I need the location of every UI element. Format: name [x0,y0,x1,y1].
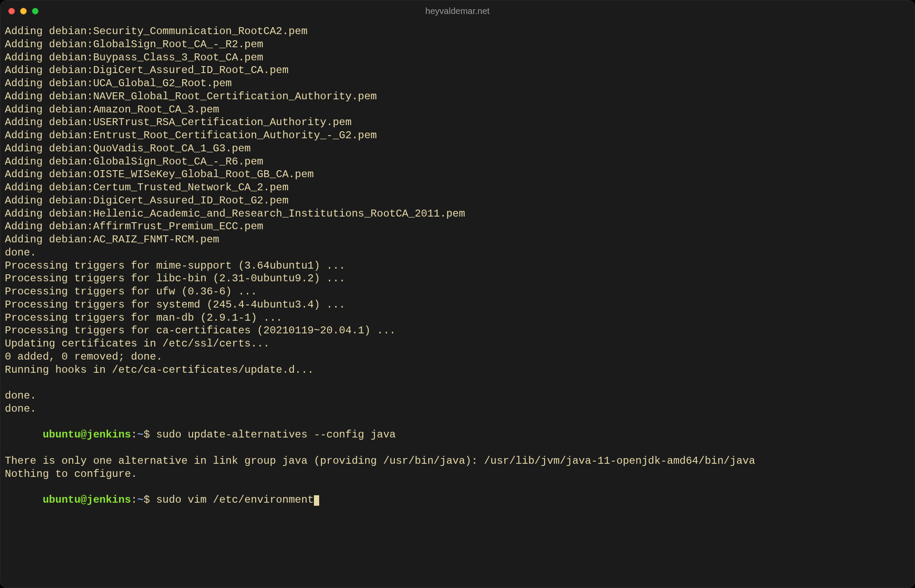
zoom-icon[interactable] [32,8,39,14]
prompt-line: ubuntu@jenkins:~$ sudo update-alternativ… [5,416,910,455]
minimize-icon[interactable] [20,8,27,14]
prompt-host: jenkins [87,429,131,441]
terminal-output-line: Adding debian:DigiCert_Assured_ID_Root_C… [5,64,910,77]
terminal-output-line: done. [5,389,910,402]
terminal-output-line: Adding debian:USERTrust_RSA_Certificatio… [5,116,910,129]
terminal-body[interactable]: Adding debian:Security_Communication_Roo… [0,21,915,588]
terminal-output-line [5,376,910,389]
terminal-output-line: Processing triggers for systemd (245.4-4… [5,298,910,312]
terminal-output-line: Processing triggers for ufw (0.36-6) ... [5,285,910,298]
window-title: heyvaldemar.net [0,6,915,16]
prompt-host: jenkins [87,494,131,506]
terminal-output-line: Updating certificates in /etc/ssl/certs.… [5,337,910,350]
cursor-icon [314,495,319,506]
terminal-output-line: Adding debian:Buypass_Class_3_Root_CA.pe… [5,51,910,64]
terminal-output-line: Processing triggers for libc-bin (2.31-0… [5,272,910,285]
terminal-output-line: Nothing to configure. [5,468,910,481]
terminal-output-line: done. [5,402,910,416]
traffic-lights [8,8,39,14]
terminal-output-line: done. [5,246,910,259]
terminal-output-line: Adding debian:Hellenic_Academic_and_Rese… [5,207,910,220]
terminal-output-line: Processing triggers for man-db (2.9.1-1)… [5,312,910,325]
terminal-output-line: 0 added, 0 removed; done. [5,350,910,364]
close-icon[interactable] [8,8,15,14]
terminal-output-line: Adding debian:DigiCert_Assured_ID_Root_G… [5,194,910,207]
prompt-path: ~ [137,494,143,506]
terminal-output-line: Adding debian:GlobalSign_Root_CA_-_R6.pe… [5,155,910,168]
prompt-user: ubuntu [42,429,80,441]
terminal-output-line: Adding debian:UCA_Global_G2_Root.pem [5,77,910,90]
prompt-user: ubuntu [42,494,80,506]
terminal-window: heyvaldemar.net Adding debian:Security_C… [0,0,915,588]
terminal-output-line: Adding debian:AC_RAIZ_FNMT-RCM.pem [5,233,910,246]
terminal-output-line: There is only one alternative in link gr… [5,455,910,468]
terminal-output-line: Running hooks in /etc/ca-certificates/up… [5,364,910,377]
terminal-output-line: Adding debian:QuoVadis_Root_CA_1_G3.pem [5,142,910,155]
terminal-output-line: Adding debian:Security_Communication_Roo… [5,25,910,38]
terminal-output-line: Adding debian:GlobalSign_Root_CA_-_R2.pe… [5,38,910,51]
terminal-output-line: Adding debian:Entrust_Root_Certification… [5,129,910,142]
terminal-output-line: Adding debian:Certum_Trusted_Network_CA_… [5,181,910,194]
terminal-output-line: Adding debian:OISTE_WISeKey_Global_Root_… [5,168,910,181]
titlebar: heyvaldemar.net [0,0,915,21]
active-prompt-line[interactable]: ubuntu@jenkins:~$ sudo vim /etc/environm… [5,480,910,519]
prompt-command: sudo update-alternatives --config java [156,429,396,441]
terminal-output-line: Processing triggers for mime-support (3.… [5,259,910,273]
terminal-output-line: Adding debian:NAVER_Global_Root_Certific… [5,90,910,103]
terminal-output-line: Adding debian:Amazon_Root_CA_3.pem [5,103,910,116]
terminal-output-line: Adding debian:AffirmTrust_Premium_ECC.pe… [5,220,910,233]
terminal-output-line: Processing triggers for ca-certificates … [5,324,910,337]
prompt-path: ~ [137,429,143,441]
active-command: sudo vim /etc/environment [156,494,314,506]
